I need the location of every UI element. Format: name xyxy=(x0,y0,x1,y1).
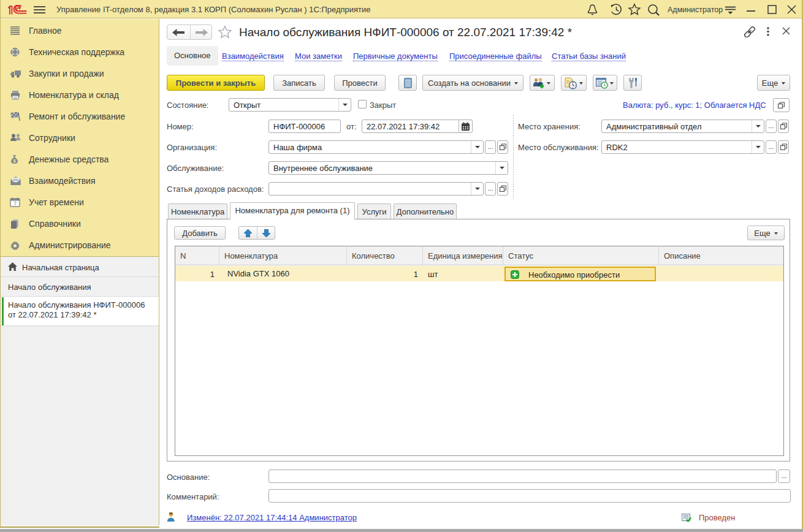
svg-text:7: 7 xyxy=(13,200,17,207)
